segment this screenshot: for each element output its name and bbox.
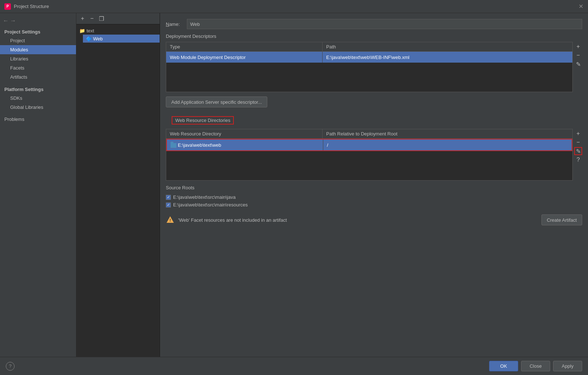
warning-text: 'Web' Facet resources are not included i… <box>178 217 287 223</box>
deployment-table-header: Type Path <box>166 42 572 52</box>
help-btn[interactable]: ? <box>6 362 15 371</box>
close-icon[interactable]: ✕ <box>578 4 584 9</box>
name-row: Name: <box>160 19 588 33</box>
web-resource-table-buttons: + − ✎ ? <box>573 129 582 164</box>
bottom-bar: ? OK Close Apply <box>0 357 588 375</box>
web-resource-add-btn[interactable]: + <box>574 130 582 138</box>
source-root-java-row: ✓ E:\java\web\text\src\main\java <box>160 193 588 201</box>
back-icon[interactable]: ← <box>3 17 9 24</box>
warning-row: ! 'Web' Facet resources are not included… <box>160 212 588 228</box>
app-icon: P <box>4 3 11 10</box>
source-root-resources-row: ✓ E:\java\web\text\src\main\resources <box>160 201 588 209</box>
main-layout: ← → Project Settings Project Modules Lib… <box>0 13 588 357</box>
web-resource-title-wrapper: Web Resource Directories <box>160 116 588 129</box>
create-artifact-btn[interactable]: Create Artifact <box>541 214 582 225</box>
web-res-col-dir: Web Resource Directory <box>166 129 323 138</box>
web-resource-directories-title: Web Resource Directories <box>172 116 234 125</box>
sidebar-item-project[interactable]: Project <box>0 36 76 45</box>
name-input[interactable] <box>187 19 582 29</box>
deployment-table-row[interactable]: Web Module Deployment Descriptor E:\java… <box>166 52 572 63</box>
remove-module-btn[interactable]: − <box>88 15 96 23</box>
source-root-java-checkbox[interactable]: ✓ <box>166 195 171 200</box>
content-panel: Name: Deployment Descriptors Type Path W… <box>160 13 588 357</box>
web-res-cell-dir: E:\java\web\text\web <box>167 139 323 150</box>
sidebar-item-problems[interactable]: Problems <box>0 115 76 124</box>
title-bar: P Project Structure ✕ <box>0 0 588 13</box>
source-root-java-label: E:\java\web\text\src\main\java <box>173 194 236 200</box>
tree-item-web[interactable]: 🔷 Web <box>83 35 160 43</box>
source-root-resources-checkbox[interactable]: ✓ <box>166 202 171 208</box>
deployment-cell-path: E:\java\web\text\web\WEB-INF\web.xml <box>323 52 572 63</box>
sidebar-item-modules[interactable]: Modules <box>0 45 76 54</box>
web-resource-edit-btn[interactable]: ✎ <box>574 147 582 155</box>
folder-blue-icon <box>171 143 176 148</box>
deployment-edit-btn[interactable]: ✎ <box>574 60 582 68</box>
deployment-col-type: Type <box>166 42 323 51</box>
deployment-col-path: Path <box>323 42 572 51</box>
warning-icon: ! <box>166 216 175 224</box>
tree-toolbar: + − ❒ <box>76 13 160 24</box>
folder-icon: 📁 <box>79 28 85 33</box>
web-resource-help-btn[interactable]: ? <box>574 156 582 164</box>
close-btn[interactable]: Close <box>521 361 550 371</box>
add-descriptor-row: Add Application Server specific descript… <box>160 96 588 112</box>
window-title: Project Structure <box>14 4 578 9</box>
deployment-cell-type: Web Module Deployment Descriptor <box>166 52 323 63</box>
deployment-remove-btn[interactable]: − <box>574 51 582 59</box>
forward-icon[interactable]: → <box>10 17 16 24</box>
sidebar: ← → Project Settings Project Modules Lib… <box>0 13 76 357</box>
svg-text:!: ! <box>169 218 171 222</box>
sidebar-item-facets[interactable]: Facets <box>0 63 76 72</box>
web-res-col-path: Path Relative to Deployment Root <box>323 129 572 138</box>
module-icon: 🔷 <box>86 36 92 42</box>
add-descriptor-btn[interactable]: Add Application Server specific descript… <box>166 96 267 107</box>
deployment-table: Type Path Web Module Deployment Descript… <box>166 42 573 92</box>
web-resource-table: Web Resource Directory Path Relative to … <box>166 129 573 181</box>
source-roots-title: Source Roots <box>160 185 588 193</box>
tree-item-web-label: Web <box>93 36 103 42</box>
deployment-table-buttons: + − ✎ <box>573 42 582 68</box>
sidebar-item-libraries[interactable]: Libraries <box>0 54 76 63</box>
platform-settings-label: Platform Settings <box>0 84 76 94</box>
deployment-table-container: Type Path Web Module Deployment Descript… <box>166 42 582 92</box>
web-resource-table-container: Web Resource Directory Path Relative to … <box>166 129 582 181</box>
tree-content: 📁 text 🔷 Web <box>76 24 160 357</box>
tree-item-text-label: text <box>87 28 94 33</box>
add-module-btn[interactable]: + <box>79 15 87 23</box>
apply-btn[interactable]: Apply <box>553 361 582 371</box>
tree-item-text[interactable]: 📁 text <box>76 27 160 35</box>
copy-module-btn[interactable]: ❒ <box>97 15 105 23</box>
ok-btn[interactable]: OK <box>489 361 518 371</box>
web-res-cell-path: / <box>323 139 572 150</box>
deployment-descriptors-title: Deployment Descriptors <box>160 33 588 42</box>
source-root-resources-label: E:\java\web\text\src\main\resources <box>173 202 248 208</box>
sidebar-item-global-libraries[interactable]: Global Libraries <box>0 103 76 112</box>
project-settings-label: Project Settings <box>0 27 76 36</box>
name-label: Name: <box>166 21 184 27</box>
web-resource-remove-btn[interactable]: − <box>574 138 582 146</box>
web-resource-table-row[interactable]: E:\java\web\text\web / <box>166 139 572 151</box>
sidebar-item-artifacts[interactable]: Artifacts <box>0 72 76 82</box>
web-resource-table-header: Web Resource Directory Path Relative to … <box>166 129 572 139</box>
tree-panel: + − ❒ 📁 text 🔷 Web <box>76 13 160 357</box>
sidebar-item-sdks[interactable]: SDKs <box>0 94 76 103</box>
deployment-add-btn[interactable]: + <box>574 43 582 51</box>
